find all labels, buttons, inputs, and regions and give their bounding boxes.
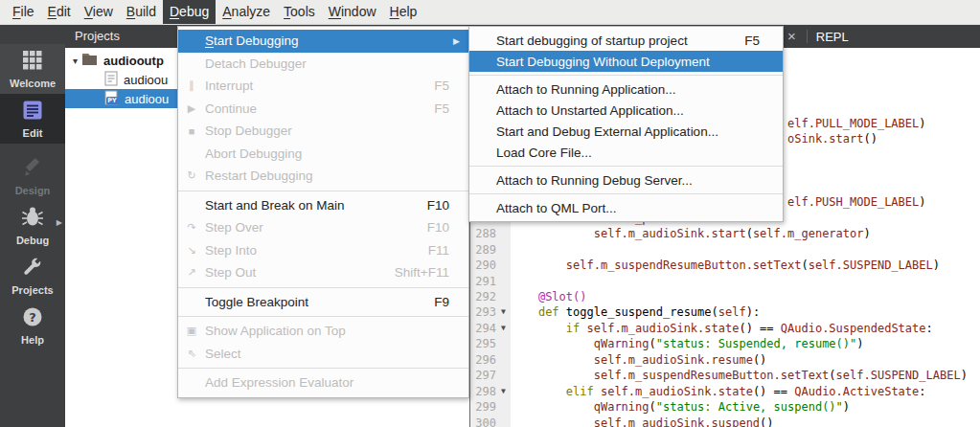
line-number: 291	[470, 274, 496, 290]
line-number: 290	[470, 258, 496, 274]
submenu-item-start-debugging-without-deployment[interactable]: Start Debugging Without Deployment	[469, 51, 783, 72]
menu-separator	[469, 166, 783, 167]
menu-item-start-and-break-on-main[interactable]: Start and Break on MainF10	[178, 194, 468, 217]
line-number: 293	[470, 304, 496, 321]
svg-text:?: ?	[29, 310, 36, 325]
menu-item-step-into: ↘Step IntoF11	[178, 239, 468, 262]
code-token: (	[746, 227, 753, 240]
code-token: elif	[566, 385, 594, 398]
welcome-grid-icon	[21, 49, 44, 76]
sidebar-item-debug[interactable]: Debug▶	[0, 201, 65, 251]
menu-item-label: Start and Debug External Application...	[496, 124, 777, 139]
menubar-item-debug[interactable]: Debug	[163, 0, 216, 24]
menubar-item-tools[interactable]: Tools	[277, 0, 322, 24]
menu-shortcut: F9	[434, 295, 449, 309]
menu-item-label: Continue	[205, 101, 434, 116]
code-token: )	[961, 369, 968, 382]
menubar-item-file[interactable]: File	[6, 0, 41, 24]
menu-item-label: Step Over	[205, 220, 427, 235]
code-token: "status: Active, suspend()"	[656, 400, 843, 414]
code-token: self.SUSPEND_LABEL	[836, 369, 961, 382]
menu-separator	[178, 316, 468, 317]
code-token: "status: Suspended, resume()"	[656, 337, 857, 350]
fold-marker-icon[interactable]: ▼	[496, 384, 511, 400]
code-token	[511, 227, 594, 240]
code-token: self.m_suspendResumeButton.setText	[594, 369, 830, 382]
menubar-item-help[interactable]: Help	[383, 0, 424, 24]
fold-margin	[496, 352, 511, 369]
menu-item-label: Restart Debugging	[205, 169, 463, 183]
expander-open-icon[interactable]: ▾	[69, 56, 81, 66]
menubar-item-window[interactable]: Window	[322, 0, 383, 24]
menu-item-label: Select	[205, 347, 463, 361]
menu-item-start-debugging[interactable]: Start Debugging▶	[178, 30, 468, 53]
code-token: self	[718, 305, 746, 319]
help-question-icon: ?	[21, 305, 44, 332]
sidebar-item-edit[interactable]: Edit	[0, 94, 65, 144]
sidebar-item-projects[interactable]: Projects	[0, 251, 65, 301]
code-token	[511, 400, 594, 414]
tree-item-label: audioou	[125, 92, 169, 106]
step-over-icon: ↷	[178, 221, 205, 234]
code-token: self.m_generator	[753, 227, 864, 240]
code-token: () ==	[753, 385, 794, 398]
menubar-item-view[interactable]: View	[78, 0, 120, 24]
submenu-item-load-core-file[interactable]: Load Core File...	[469, 142, 783, 163]
menu-item-label: Start and Break on Main	[205, 198, 427, 213]
line-number: 296	[470, 352, 496, 369]
line-number: 294	[470, 321, 496, 337]
code-token: )	[856, 337, 863, 350]
fold-marker-icon[interactable]: ▼	[496, 321, 511, 337]
sidebar-item-help[interactable]: ?Help	[0, 301, 65, 350]
fold-margin	[496, 289, 511, 305]
code-token	[511, 353, 594, 367]
debug-bug-icon	[20, 206, 45, 233]
code-token: toggle_suspend_resume(	[559, 305, 718, 319]
start-debugging-submenu-popup: Start debugging of startup projectF5Star…	[468, 26, 784, 222]
code-token	[511, 258, 566, 272]
sidebar-item-label: Design	[15, 185, 51, 196]
fold-marker-icon[interactable]: ▼	[496, 304, 511, 321]
line-number: 300	[470, 416, 496, 427]
menu-item-select: ⇖Select	[178, 343, 468, 366]
submenu-item-attach-to-unstarted-application[interactable]: Attach to Unstarted Application...	[469, 100, 783, 121]
code-token: (	[650, 400, 656, 414]
code-line-text: elf.PULL_MODE_LABEL)	[787, 116, 926, 131]
menu-item-toggle-breakpoint[interactable]: Toggle BreakpointF9	[178, 291, 468, 314]
submenu-item-attach-to-running-application[interactable]: Attach to Running Application...	[469, 79, 783, 100]
sidebar-item-welcome[interactable]: Welcome	[0, 44, 65, 94]
code-token: :	[919, 385, 925, 398]
menu-item-label: Attach to Unstarted Application...	[496, 103, 777, 118]
code-token: QAudio.SuspendedState	[781, 322, 926, 335]
code-token: self.m_audioSink.start	[594, 227, 746, 240]
menu-item-stop-debugger: ■Stop Debugger	[178, 120, 468, 143]
menubar-item-analyze[interactable]: Analyze	[216, 0, 277, 24]
menu-separator	[469, 75, 783, 76]
file-icon	[104, 71, 118, 89]
submenu-item-start-and-debug-external-application[interactable]: Start and Debug External Application...	[469, 121, 783, 142]
line-number: 298	[470, 384, 496, 400]
sidebar-item-design: Design	[0, 151, 65, 201]
code-token	[511, 416, 594, 427]
code-token: if	[566, 322, 580, 335]
edit-document-icon	[21, 99, 44, 125]
code-token: (	[650, 337, 656, 350]
menubar-item-build[interactable]: Build	[120, 0, 163, 24]
tab-repl[interactable]: REPL	[816, 30, 849, 44]
menubar-item-edit[interactable]: Edit	[41, 0, 78, 24]
menu-item-label: Step Into	[205, 243, 428, 258]
code-line-text: elif self.m_audioSink.state() == QAudio.…	[511, 384, 926, 400]
menu-separator	[469, 193, 783, 194]
code-line-295: 295 qWarning("status: Suspended, resume(…	[470, 336, 980, 352]
code-token: oSink.start	[787, 132, 863, 146]
fold-margin	[496, 242, 511, 258]
submenu-item-start-debugging-of-startup-project[interactable]: Start debugging of startup projectF5	[469, 30, 783, 51]
submenu-item-attach-to-qml-port[interactable]: Attach to QML Port...	[469, 197, 783, 218]
code-line-288: 288 self.m_audioSink.start(self.m_genera…	[470, 226, 980, 242]
code-token: self.m_audioSink.state	[601, 385, 753, 398]
submenu-arrow-icon: ▶	[453, 36, 463, 46]
close-document-button[interactable]: ×	[786, 25, 798, 48]
submenu-item-attach-to-running-debug-server[interactable]: Attach to Running Debug Server...	[469, 169, 783, 191]
menu-item-label: Load Core File...	[496, 146, 777, 160]
debug-mode-flyout-arrow-icon[interactable]: ▶	[57, 218, 62, 227]
